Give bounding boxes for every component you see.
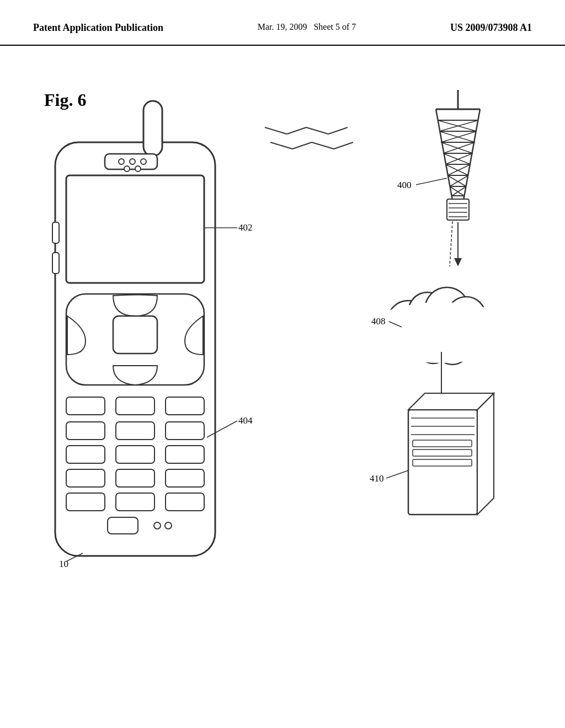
svg-point-78	[425, 287, 469, 331]
diagram-svg: 10 402 404	[0, 46, 565, 713]
svg-line-70	[270, 142, 292, 149]
screen-label: 402	[238, 222, 253, 233]
phone-label: 10	[59, 559, 68, 569]
svg-line-71	[292, 142, 312, 149]
svg-rect-10	[113, 316, 157, 354]
svg-line-55	[450, 175, 468, 186]
svg-line-72	[312, 142, 334, 149]
svg-rect-25	[66, 493, 105, 511]
svg-rect-16	[66, 422, 105, 440]
svg-line-49	[443, 142, 475, 153]
publication-label: Patent Application Publication	[33, 22, 163, 34]
svg-line-87	[389, 322, 402, 327]
svg-rect-26	[116, 493, 154, 511]
svg-line-98	[386, 470, 408, 478]
svg-point-85	[387, 318, 415, 347]
svg-rect-11	[52, 222, 59, 243]
svg-line-65	[416, 178, 447, 185]
svg-rect-9	[66, 294, 204, 385]
svg-point-29	[154, 522, 161, 529]
svg-point-7	[135, 166, 141, 172]
date-sheet-label: Mar. 19, 2009 Sheet 5 of 7	[258, 22, 356, 32]
cloud-label: 408	[371, 316, 386, 326]
patent-page: Patent Application Publication Mar. 19, …	[0, 0, 565, 728]
svg-line-66	[265, 127, 287, 134]
svg-rect-23	[116, 469, 154, 487]
svg-rect-28	[108, 517, 138, 534]
figure-label: Fig. 6	[44, 90, 86, 110]
svg-rect-96	[413, 449, 472, 456]
svg-point-6	[124, 166, 130, 172]
svg-rect-2	[105, 154, 157, 169]
svg-rect-8	[66, 175, 204, 283]
svg-point-86	[364, 302, 519, 363]
svg-line-48	[441, 142, 473, 153]
svg-point-79	[447, 297, 486, 335]
svg-line-33	[207, 421, 237, 437]
tower-label: 400	[397, 180, 412, 190]
svg-rect-20	[116, 446, 154, 463]
svg-point-30	[165, 522, 172, 529]
keypad-label: 404	[238, 415, 253, 426]
page-header: Patent Application Publication Mar. 19, …	[0, 0, 565, 46]
svg-rect-18	[166, 422, 204, 440]
svg-rect-97	[413, 459, 472, 466]
svg-rect-14	[116, 397, 154, 415]
svg-rect-0	[55, 142, 215, 556]
svg-line-53	[447, 164, 471, 175]
svg-line-73	[334, 142, 353, 149]
svg-line-44	[438, 120, 477, 131]
svg-line-68	[306, 127, 328, 134]
patent-number-label: US 2009/073908 A1	[450, 22, 532, 34]
svg-line-50	[443, 153, 471, 164]
svg-line-52	[445, 164, 468, 175]
svg-line-69	[328, 127, 348, 134]
svg-line-57	[452, 186, 466, 196]
svg-line-51	[445, 153, 473, 164]
svg-rect-13	[66, 397, 105, 415]
svg-point-3	[119, 159, 124, 164]
svg-point-77	[408, 292, 447, 331]
svg-line-90	[450, 221, 452, 266]
diagram-area: Fig. 6	[0, 46, 565, 713]
svg-point-4	[130, 159, 135, 164]
svg-point-80	[462, 312, 495, 345]
svg-rect-58	[447, 199, 469, 220]
svg-marker-89	[438, 393, 445, 402]
svg-point-84	[397, 324, 430, 357]
svg-rect-12	[52, 253, 59, 274]
svg-point-81	[456, 325, 487, 356]
svg-point-83	[418, 333, 449, 363]
svg-rect-22	[66, 469, 105, 487]
svg-rect-21	[166, 446, 204, 463]
svg-point-5	[141, 159, 146, 164]
svg-line-46	[439, 131, 475, 142]
server-label: 410	[370, 473, 384, 484]
svg-rect-1	[143, 101, 162, 156]
svg-line-34	[436, 109, 452, 200]
svg-point-82	[436, 331, 469, 365]
svg-line-67	[287, 127, 306, 134]
svg-marker-75	[454, 258, 462, 266]
svg-rect-15	[166, 397, 204, 415]
svg-line-45	[439, 120, 478, 131]
svg-line-54	[447, 175, 466, 186]
svg-line-31	[66, 553, 83, 561]
svg-line-56	[450, 186, 464, 196]
svg-point-76	[387, 301, 429, 342]
svg-rect-95	[413, 440, 472, 447]
svg-line-47	[441, 131, 477, 142]
svg-rect-24	[166, 469, 204, 487]
svg-line-35	[463, 109, 480, 200]
svg-rect-19	[66, 446, 105, 463]
svg-rect-91	[408, 410, 477, 515]
svg-rect-17	[116, 422, 154, 440]
svg-rect-27	[166, 493, 204, 511]
